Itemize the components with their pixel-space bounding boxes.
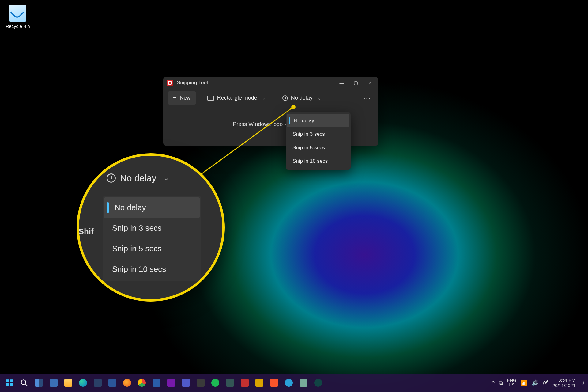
magnified-delay-menu: No delay Snip in 3 secs Snip in 5 secs S… [103,196,201,281]
task-view-button[interactable] [32,376,45,389]
lang-bottom: US [509,383,514,387]
taskbar-app-firefox[interactable] [121,376,134,389]
snipping-tool-app-icon [167,80,173,86]
taskbar-app-chrome[interactable] [135,376,148,389]
toolbar: + New Rectangle mode ⌄ No delay ⌄ ··· [163,89,378,107]
search-button[interactable] [18,376,31,389]
delay-option-no-delay[interactable]: No delay [287,114,349,127]
taskbar-app-word[interactable] [106,376,119,389]
taskbar-app-store[interactable] [150,376,163,389]
taskbar-app-generic-1[interactable] [194,376,207,389]
clock-icon [107,173,116,183]
plus-icon: + [173,94,177,101]
window-title: Snipping Tool [177,80,339,86]
magnified-delay-label: No delay [120,173,156,183]
taskbar-app-brave[interactable] [268,376,281,389]
delay-option-3s[interactable]: Snip in 3 secs [287,127,349,141]
magnified-delay-dropdown[interactable]: No delay ⌄ [107,173,169,183]
clock-icon [282,95,288,101]
taskbar-app-settings[interactable] [91,376,104,389]
taskbar-app-edge[interactable] [77,376,89,389]
svg-rect-5 [10,383,13,386]
recycle-bin-label: Recycle Bin [6,24,30,29]
recycle-bin-icon [9,5,26,22]
volume-icon[interactable]: 🔊 [532,379,538,386]
taskbar-app-spotify[interactable] [209,376,222,389]
maximize-button[interactable]: ▢ [353,80,359,86]
magnified-option-no-delay[interactable]: No delay [104,197,200,218]
delay-dropdown[interactable]: No delay ⌄ [277,92,327,104]
desktop-icon-recycle-bin[interactable]: Recycle Bin [6,5,30,29]
svg-rect-4 [6,383,9,386]
minimize-button[interactable]: ― [339,80,345,86]
taskbar-app-snip[interactable] [238,376,251,389]
notifications-icon[interactable]: ♪ [582,380,585,386]
magnified-hint-fragment: ey + Shif [77,227,94,236]
tray-dropbox-icon[interactable]: ⧉ [499,380,503,386]
delay-dropdown-menu: No delay Snip in 3 secs Snip in 5 secs S… [286,112,351,170]
magnified-option-5s[interactable]: Snip in 5 secs [104,238,200,259]
more-options-button[interactable]: ··· [360,92,374,104]
snip-mode-dropdown[interactable]: Rectangle mode ⌄ [202,92,271,104]
new-button-label: New [180,95,191,101]
new-button[interactable]: + New [168,91,196,105]
language-indicator[interactable]: ENG US [507,378,516,388]
lang-top: ENG [507,378,516,383]
taskbar-app-telegram[interactable] [282,376,295,389]
clock-date[interactable]: 3:54 PM 20/11/2021 [552,377,575,388]
magnifier-callout: No delay ⌄ No delay Snip in 3 secs Snip … [77,153,225,302]
delay-option-10s[interactable]: Snip in 10 secs [287,154,349,168]
magnified-option-10s[interactable]: Snip in 10 secs [104,259,200,280]
snipping-tool-window: Snipping Tool ― ▢ ✕ + New Rectangle mode… [163,77,378,146]
system-tray: ^ ⧉ ENG US 📶 🔊 🗲 3:54 PM 20/11/2021 ♪ [492,377,585,388]
taskbar-app-groove[interactable] [312,376,325,389]
magnified-option-3s[interactable]: Snip in 3 secs [104,218,200,238]
chevron-down-icon: ⌄ [262,96,266,101]
date-text: 20/11/2021 [552,383,575,388]
taskbar-app-generic-2[interactable] [224,376,236,389]
svg-rect-2 [6,379,9,382]
taskbar-app-explorer[interactable] [62,376,75,389]
delay-label: No delay [291,95,313,101]
battery-icon[interactable]: 🗲 [543,380,548,386]
taskbar-app-onenote[interactable] [165,376,178,389]
time-text: 3:54 PM [558,377,575,383]
tray-chevron-icon[interactable]: ^ [492,380,494,386]
titlebar[interactable]: Snipping Tool ― ▢ ✕ [163,77,378,89]
taskbar-app-generic-4[interactable] [297,376,310,389]
taskbar-app-widgets[interactable] [47,376,60,389]
chevron-down-icon: ⌄ [164,174,169,182]
svg-line-7 [25,384,27,386]
svg-rect-3 [10,379,13,382]
taskbar-app-teams[interactable] [179,376,192,389]
wifi-icon[interactable]: 📶 [521,379,527,386]
taskbar: ^ ⧉ ENG US 📶 🔊 🗲 3:54 PM 20/11/2021 ♪ [0,374,588,392]
snip-mode-label: Rectangle mode [217,95,257,101]
close-button[interactable]: ✕ [367,80,373,86]
rectangle-icon [207,96,214,101]
svg-point-6 [21,380,26,384]
chevron-down-icon: ⌄ [318,96,321,101]
start-button[interactable] [3,376,16,389]
delay-option-5s[interactable]: Snip in 5 secs [287,141,349,154]
taskbar-app-generic-3[interactable] [253,376,266,389]
